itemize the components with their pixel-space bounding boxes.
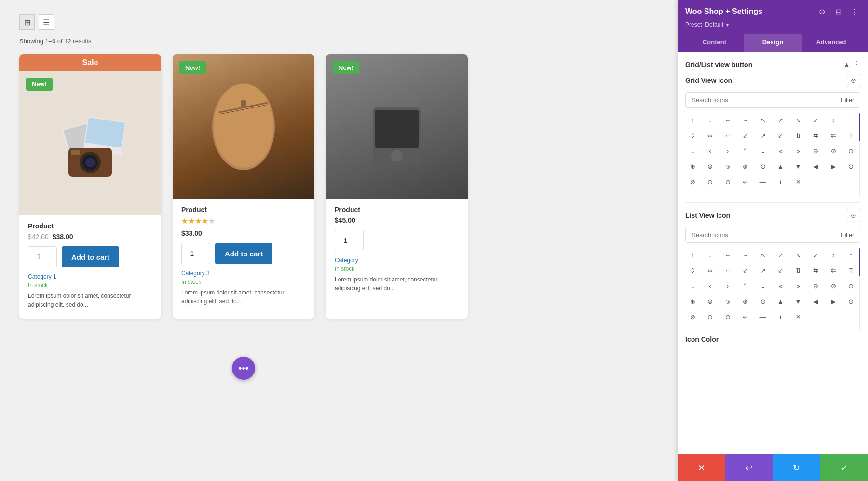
icon-cell[interactable]: ↙ (809, 113, 823, 127)
icon-cell[interactable]: ⌃ (738, 144, 753, 158)
icon-cell[interactable]: ↕ (826, 248, 841, 262)
icon-cell[interactable]: ☺ (720, 159, 735, 174)
category-link[interactable]: Category 1 (28, 273, 152, 280)
icon-cell[interactable]: ↙ (773, 128, 788, 143)
icon-cell[interactable]: ⌄ (756, 144, 770, 158)
icon-cell[interactable]: ⊙ (703, 174, 718, 189)
section-more-icon[interactable]: ⋮ (853, 60, 860, 69)
list-view-button[interactable]: ☰ (39, 14, 54, 30)
icon-cell[interactable]: « (773, 144, 788, 158)
icon-cell[interactable]: — (756, 309, 770, 324)
icon-cell[interactable]: ⊛ (738, 294, 753, 308)
icon-cell[interactable]: ⊙ (844, 279, 858, 293)
category-link[interactable]: Category (335, 257, 459, 264)
icon-cell[interactable]: ↔ (720, 263, 735, 278)
icon-cell[interactable]: ▶ (826, 159, 841, 174)
grid-icon-picker-btn[interactable]: ⊙ (847, 74, 860, 87)
icon-cell[interactable]: ↙ (738, 128, 753, 143)
tab-advanced[interactable]: Advanced (802, 34, 860, 52)
icon-cell[interactable]: ⊙ (720, 309, 735, 324)
grid-view-button[interactable]: ⊞ (19, 14, 35, 30)
icon-cell[interactable]: ⊕ (685, 159, 700, 174)
icon-cell[interactable]: ⊜ (703, 159, 718, 174)
quantity-input[interactable] (181, 243, 210, 264)
icon-cell[interactable]: ↘ (791, 113, 805, 127)
icon-cell[interactable]: ⊙ (720, 174, 735, 189)
icon-cell[interactable]: ⇇ (826, 128, 841, 143)
icon-cell[interactable]: ☺ (720, 294, 735, 308)
icon-cell[interactable]: ↗ (773, 113, 788, 127)
icon-cell[interactable]: ⊘ (826, 279, 841, 293)
icon-cell[interactable]: → (738, 248, 753, 262)
layout-icon[interactable]: ⊟ (832, 6, 844, 17)
icon-cell[interactable]: ⊗ (685, 174, 700, 189)
icon-cell[interactable]: ▼ (791, 294, 805, 308)
icon-cell[interactable]: + (773, 174, 788, 189)
icon-cell[interactable]: ↖ (756, 248, 770, 262)
cancel-button[interactable]: ✕ (678, 454, 725, 481)
quantity-input[interactable] (335, 230, 364, 251)
quantity-input[interactable] (28, 246, 57, 267)
icon-cell[interactable]: ▼ (791, 159, 805, 174)
icon-cell[interactable]: ▲ (773, 159, 788, 174)
icon-cell[interactable]: ↖ (756, 113, 770, 127)
icon-cell[interactable]: + (773, 309, 788, 324)
icon-cell[interactable]: ⊛ (738, 159, 753, 174)
list-icon-search-input[interactable] (686, 227, 830, 242)
icon-cell[interactable]: ▲ (773, 294, 788, 308)
icon-cell[interactable]: ↘ (791, 248, 805, 262)
tab-content[interactable]: Content (685, 34, 744, 52)
icon-cell[interactable]: ⊙ (844, 144, 858, 158)
icon-cell[interactable]: ↗ (756, 128, 770, 143)
icon-cell[interactable]: ↗ (773, 248, 788, 262)
icon-cell[interactable]: ⊘ (826, 144, 841, 158)
floating-action-button[interactable]: ••• (232, 357, 255, 380)
tab-design[interactable]: Design (744, 34, 802, 52)
icon-cell[interactable]: ↙ (773, 263, 788, 278)
icon-cell[interactable]: → (738, 113, 753, 127)
save-button[interactable]: ✓ (820, 454, 868, 481)
icon-cell[interactable]: ↑ (844, 113, 858, 127)
icon-cell[interactable]: ⌄ (685, 279, 700, 293)
icon-cell[interactable]: ↗ (756, 263, 770, 278)
icon-cell[interactable]: ⇆ (809, 128, 823, 143)
icon-cell[interactable]: ↩ (738, 174, 753, 189)
icon-cell[interactable]: ↙ (738, 263, 753, 278)
icon-cell[interactable]: ⊖ (809, 279, 823, 293)
icon-cell[interactable]: ↑ (685, 248, 700, 262)
icon-cell[interactable]: ⌄ (756, 279, 770, 293)
icon-cell[interactable]: ⊙ (756, 294, 770, 308)
icon-cell[interactable]: ⊙ (756, 159, 770, 174)
icon-cell[interactable]: ⊙ (703, 309, 718, 324)
icon-cell[interactable]: ▶ (826, 294, 841, 308)
add-to-cart-button[interactable]: Add to cart (215, 243, 272, 264)
grid-icon-filter-button[interactable]: + Filter (830, 93, 860, 107)
icon-cell[interactable]: ↑ (685, 113, 700, 127)
icon-cell[interactable]: ⊕ (685, 294, 700, 308)
icon-cell[interactable]: › (720, 144, 735, 158)
icon-cell[interactable]: ⇔ (703, 128, 718, 143)
collapse-icon[interactable]: ▲ (843, 61, 850, 68)
icon-cell[interactable]: ⇆ (809, 263, 823, 278)
icon-cell[interactable]: ↓ (703, 113, 718, 127)
icon-cell[interactable]: ⊜ (703, 294, 718, 308)
target-icon[interactable]: ⊙ (816, 6, 827, 17)
icon-cell[interactable]: ‹ (703, 144, 718, 158)
icon-cell[interactable]: ⊙ (844, 294, 858, 308)
icon-cell[interactable]: ⇇ (826, 263, 841, 278)
list-icon-picker-btn[interactable]: ⊙ (847, 209, 860, 222)
list-icon-filter-button[interactable]: + Filter (830, 228, 860, 242)
icon-cell[interactable]: ⌃ (738, 279, 753, 293)
icon-cell[interactable]: ← (720, 113, 735, 127)
icon-cell[interactable]: › (720, 279, 735, 293)
icon-cell[interactable]: — (756, 174, 770, 189)
icon-cell[interactable]: » (791, 279, 805, 293)
icon-cell[interactable]: ⊗ (685, 309, 700, 324)
icon-cell[interactable]: ↕ (826, 113, 841, 127)
icon-cell[interactable]: ⌄ (685, 144, 700, 158)
icon-cell[interactable]: ↔ (720, 128, 735, 143)
icon-cell[interactable]: ⇅ (791, 128, 805, 143)
icon-cell[interactable]: ⊙ (844, 159, 858, 174)
add-to-cart-button[interactable]: Add to cart (62, 246, 119, 267)
icon-cell[interactable]: ◀ (809, 294, 823, 308)
